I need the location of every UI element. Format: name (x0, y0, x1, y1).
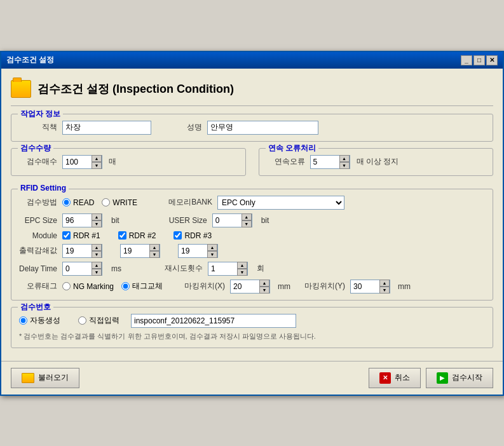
error-unit: 매 이상 정지 (357, 156, 399, 167)
folder-btn-icon (22, 373, 34, 383)
epc-size-down[interactable]: ▼ (92, 220, 102, 227)
write-radio[interactable] (102, 198, 110, 206)
retry-down[interactable]: ▼ (237, 269, 247, 276)
rdr3-checkbox[interactable] (174, 231, 182, 240)
marking-y-down[interactable]: ▼ (379, 287, 390, 294)
rdr1-output-input[interactable] (63, 245, 92, 257)
read-radio-item[interactable]: READ (62, 198, 94, 207)
output-row: 출력감쇄값 ▲ ▼ ▲ ▼ (19, 244, 485, 258)
tag-replace-item[interactable]: 태그교체 (121, 281, 163, 292)
rdr3-output-spin-btns: ▲ ▼ (207, 244, 217, 258)
ng-marking-radio[interactable] (62, 282, 71, 290)
position-input[interactable] (62, 121, 151, 135)
epc-size-spin-buttons: ▲ ▼ (92, 213, 102, 227)
error-tag-row: 오류태그 NG Marking 태그교체 마킹위치(X) ▲ (19, 280, 485, 294)
marking-y-up[interactable]: ▲ (379, 280, 390, 287)
rdr3-output-spinner: ▲ ▼ (178, 244, 218, 258)
name-label: 성명 (164, 122, 202, 133)
auto-gen-item[interactable]: 자동생성 (19, 315, 60, 326)
page-header: 검수조건 설정 (Inspection Condition) (11, 75, 493, 106)
auto-gen-radio[interactable] (19, 316, 27, 325)
rdr3-output-down[interactable]: ▼ (207, 251, 217, 258)
epc-size-up[interactable]: ▲ (92, 213, 102, 220)
epc-size-spinner: ▲ ▼ (62, 213, 102, 227)
main-window: 검수조건 설정 _ □ ✕ 검수조건 설정 (Inspection Condit… (0, 51, 504, 396)
inspection-num-input[interactable] (131, 314, 296, 328)
qty-spin-buttons: ▲ ▼ (92, 155, 102, 169)
rdr1-label: RDR #1 (73, 231, 100, 240)
memory-bank-select[interactable]: EPC Only TID USER (217, 196, 344, 210)
retry-up[interactable]: ▲ (237, 262, 247, 269)
inspection-num-row: 자동생성 직접입력 (19, 314, 485, 328)
direct-input-item[interactable]: 직접입력 (78, 315, 119, 326)
inspection-note: * 검수번호는 검수결과를 식별하기 위한 고유번호이며, 검수결과 저장시 파… (19, 332, 485, 341)
name-input[interactable] (207, 121, 318, 135)
read-label: READ (73, 198, 94, 207)
rdr2-output-input[interactable] (121, 245, 149, 257)
ng-marking-label: NG Marking (73, 282, 114, 291)
error-input[interactable] (311, 156, 339, 168)
qty-spin-up[interactable]: ▲ (92, 155, 102, 162)
output-label: 출력감쇄값 (19, 245, 57, 256)
marking-x-up[interactable]: ▲ (259, 280, 269, 287)
tag-replace-radio[interactable] (121, 282, 130, 290)
retry-label: 재시도횟수 (152, 263, 203, 274)
marking-y-input[interactable] (351, 280, 379, 293)
start-button[interactable]: ▶ 검수시작 (426, 368, 493, 388)
qty-spinner: ▲ ▼ (62, 155, 102, 169)
inspection-num-section: 검수번호 자동생성 직접입력 * 검수번호는 검수결과를 식별하기 위한 고유번… (11, 307, 493, 348)
rdr3-checkbox-item[interactable]: RDR #3 (174, 231, 212, 240)
user-size-up[interactable]: ▲ (242, 213, 252, 220)
minimize-button[interactable]: _ (461, 55, 472, 65)
rdr1-checkbox-item[interactable]: RDR #1 (62, 231, 100, 240)
error-spin-down[interactable]: ▼ (339, 162, 350, 169)
epc-size-input[interactable] (63, 214, 92, 227)
rdr2-output-down[interactable]: ▼ (149, 251, 160, 258)
delay-retry-row: Delay Time ▲ ▼ ms 재시도횟수 ▲ ▼ (19, 262, 485, 276)
retry-input[interactable] (208, 262, 237, 275)
user-size-spinner: ▲ ▼ (212, 213, 252, 227)
write-radio-item[interactable]: WRITE (102, 198, 137, 207)
qty-row: 검수매수 ▲ ▼ 매 (19, 155, 238, 169)
rdr1-checkbox[interactable] (62, 231, 71, 240)
rdr1-output-spinner: ▲ ▼ (62, 244, 102, 258)
inspection-num-label: 검수번호 (18, 302, 53, 313)
user-size-down[interactable]: ▼ (242, 220, 252, 227)
load-label: 불러오기 (38, 372, 69, 383)
maximize-button[interactable]: □ (473, 55, 485, 65)
rdr1-output-down[interactable]: ▼ (92, 251, 102, 258)
user-size-label: USER Size (156, 216, 207, 225)
rfid-section: RFID Setting 검수방법 READ WRITE 메모리BANK E (11, 189, 493, 301)
cancel-button[interactable]: ✕ 취소 (369, 368, 421, 388)
folder-icon (11, 80, 31, 98)
direct-input-radio[interactable] (78, 316, 86, 325)
read-radio[interactable] (62, 198, 71, 206)
marking-y-spinner: ▲ ▼ (350, 280, 390, 294)
rdr1-output-up[interactable]: ▲ (92, 244, 102, 251)
rdr2-checkbox-item[interactable]: RDR #2 (118, 231, 156, 240)
memory-bank-label: 메모리BANK (161, 197, 212, 208)
load-button[interactable]: 불러오기 (11, 368, 79, 388)
rdr2-output-spin-btns: ▲ ▼ (149, 244, 160, 258)
rdr2-output-up[interactable]: ▲ (149, 244, 160, 251)
content-area: 검수조건 설정 (Inspection Condition) 작업자 정보 직책… (1, 69, 503, 361)
ng-marking-item[interactable]: NG Marking (62, 282, 114, 291)
qty-input[interactable] (63, 156, 92, 168)
rdr3-output-input[interactable] (179, 245, 207, 257)
delay-down[interactable]: ▼ (92, 269, 102, 276)
qty-label: 검수매수 (19, 156, 57, 167)
rdr2-output-spinner: ▲ ▼ (120, 244, 160, 258)
error-spin-up[interactable]: ▲ (339, 155, 350, 162)
marking-x-input[interactable] (231, 280, 259, 293)
user-size-input[interactable] (213, 214, 242, 227)
qty-spin-down[interactable]: ▼ (92, 162, 102, 169)
delay-up[interactable]: ▲ (92, 262, 102, 269)
method-label: 검수방법 (19, 197, 57, 208)
marking-x-down[interactable]: ▼ (259, 287, 269, 294)
delay-input[interactable] (63, 262, 92, 275)
close-button[interactable]: ✕ (486, 55, 498, 65)
marking-y-label: 마킹위치(Y) (301, 281, 345, 292)
continuous-error-row: 연속오류 ▲ ▼ 매 이상 정지 (267, 155, 486, 169)
rdr2-checkbox[interactable] (118, 231, 126, 240)
rdr3-output-up[interactable]: ▲ (207, 244, 217, 251)
